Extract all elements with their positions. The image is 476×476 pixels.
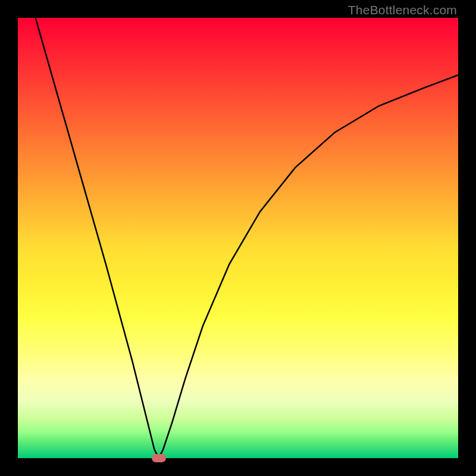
plot-area <box>18 18 458 458</box>
watermark-label: TheBottleneck.com <box>348 3 457 17</box>
curve-layer <box>18 18 458 458</box>
bottleneck-curve <box>36 18 458 458</box>
min-marker <box>152 454 166 462</box>
chart-frame: TheBottleneck.com <box>0 0 476 476</box>
